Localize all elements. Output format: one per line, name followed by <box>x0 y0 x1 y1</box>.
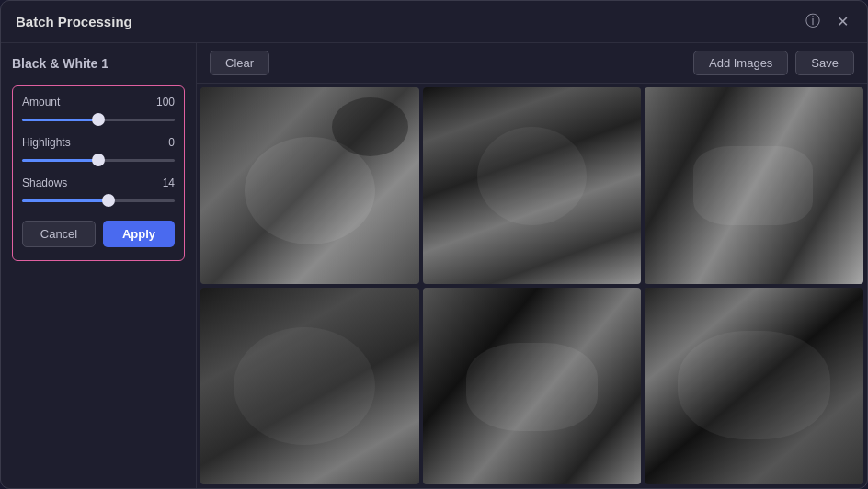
image-cell-1[interactable] <box>200 87 419 284</box>
toolbar: Clear Add Images Save <box>197 43 867 84</box>
main-content: Clear Add Images Save <box>197 43 867 488</box>
image-cell-4[interactable] <box>200 288 419 484</box>
info-button[interactable]: ⓘ <box>802 10 824 33</box>
amount-header: Amount 100 <box>22 96 175 108</box>
add-images-button[interactable]: Add Images <box>693 51 788 75</box>
amount-label: Amount <box>22 96 60 108</box>
close-button[interactable]: ✕ <box>833 11 852 32</box>
control-buttons: Cancel Apply <box>22 221 175 247</box>
food-image-1 <box>200 87 419 284</box>
image-cell-6[interactable] <box>645 288 863 484</box>
info-icon: ⓘ <box>805 12 820 31</box>
modal-title: Batch Processing <box>16 14 132 29</box>
shadows-slider[interactable] <box>22 199 175 202</box>
amount-slider[interactable] <box>22 119 175 121</box>
cancel-button[interactable]: Cancel <box>22 221 96 247</box>
shadows-control: Shadows 14 <box>22 176 175 208</box>
food-image-4 <box>200 288 419 484</box>
shadows-header: Shadows 14 <box>22 176 175 189</box>
modal-body: Black & White 1 Amount 100 Highlights <box>1 43 867 488</box>
food-image-6 <box>645 288 863 484</box>
preset-name: Black & White 1 <box>12 56 185 71</box>
highlights-label: Highlights <box>22 136 71 149</box>
shadows-value: 14 <box>163 176 175 189</box>
shadows-slider-container <box>22 193 175 208</box>
toolbar-right: Add Images Save <box>693 51 854 75</box>
food-image-5 <box>423 288 642 484</box>
image-cell-3[interactable] <box>645 87 863 284</box>
close-icon: ✕ <box>837 13 849 30</box>
highlights-slider-container <box>22 153 175 167</box>
header-icons: ⓘ ✕ <box>802 10 852 33</box>
food-image-3 <box>645 87 863 284</box>
modal-header: Batch Processing ⓘ ✕ <box>1 1 867 43</box>
toolbar-left: Clear <box>210 51 269 75</box>
amount-control: Amount 100 <box>22 96 175 127</box>
highlights-header: Highlights 0 <box>22 136 175 149</box>
image-cell-2[interactable] <box>423 87 642 284</box>
highlights-control: Highlights 0 <box>22 136 175 167</box>
image-cell-5[interactable] <box>423 288 642 484</box>
apply-button[interactable]: Apply <box>103 221 175 247</box>
controls-box: Amount 100 Highlights 0 <box>12 85 185 261</box>
image-grid <box>197 84 867 488</box>
save-button[interactable]: Save <box>795 51 854 75</box>
batch-processing-modal: Batch Processing ⓘ ✕ Black & White 1 Amo… <box>0 0 868 489</box>
shadows-label: Shadows <box>22 176 67 189</box>
food-image-2 <box>423 87 642 284</box>
amount-value: 100 <box>156 96 175 108</box>
clear-button[interactable]: Clear <box>210 51 269 75</box>
sidebar: Black & White 1 Amount 100 Highlights <box>1 43 197 488</box>
highlights-slider[interactable] <box>22 159 175 162</box>
amount-slider-container <box>22 112 175 127</box>
highlights-value: 0 <box>168 136 175 149</box>
